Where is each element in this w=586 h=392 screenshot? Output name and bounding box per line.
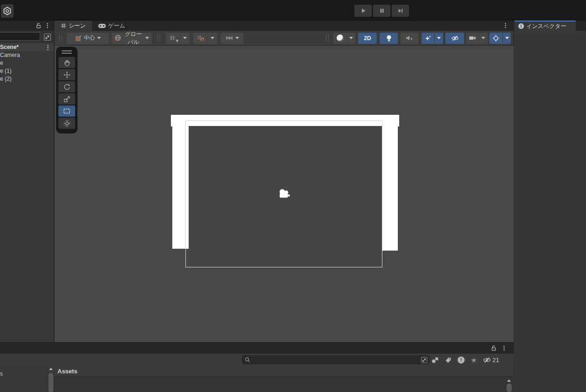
gizmos-dropdown[interactable] [503, 33, 511, 44]
tab-inspector[interactable]: i インスペクター [515, 21, 576, 31]
move-tool-button[interactable] [58, 69, 75, 80]
tab-game[interactable]: ゲーム [92, 21, 132, 31]
tree-scrollbar[interactable] [47, 366, 54, 392]
scene-viewport[interactable] [55, 46, 514, 342]
unity-services-button[interactable] [1, 4, 14, 18]
scroll-up-icon[interactable] [49, 368, 53, 370]
popout-icon [43, 33, 51, 41]
project-filter-icons: ! ★ 21 [431, 354, 499, 366]
hierarchy-item[interactable]: e [0, 59, 54, 67]
pivot-icon [75, 35, 82, 42]
hierarchy-item-camera[interactable]: Camera [0, 51, 54, 59]
grid-axis-label: Y [176, 39, 178, 43]
play-button[interactable] [354, 5, 372, 17]
project-toolbar: ! ★ 21 [0, 354, 514, 366]
chevron-down-icon [505, 37, 509, 39]
scene-effects-button[interactable] [422, 33, 434, 44]
grid-visibility-button[interactable]: Y [166, 33, 180, 44]
grid-icon [61, 23, 66, 28]
hierarchy-search-input[interactable] [0, 32, 40, 41]
globe-icon [114, 35, 121, 42]
favorites-button[interactable]: ★ [471, 357, 477, 364]
tab-scene-label: シーン [69, 22, 86, 30]
grid-axis-icon [169, 35, 177, 42]
scene-camera-button[interactable] [466, 33, 479, 44]
chevron-down-icon [235, 37, 239, 39]
assets-scrollbar[interactable] [506, 378, 512, 392]
tag-icon [445, 357, 452, 364]
scene-lighting-button[interactable] [380, 33, 398, 44]
snap-increment-dropdown[interactable] [221, 33, 243, 44]
hidden-packages-button[interactable]: ! [458, 357, 465, 364]
hierarchy-item[interactable]: e (2) [0, 75, 54, 83]
tab-scene[interactable]: シーン [55, 21, 92, 31]
project-menu-icon[interactable]: ⋮ [501, 345, 507, 351]
project-search-input[interactable] [252, 357, 421, 363]
scrollbar-thumb[interactable] [49, 373, 53, 392]
eye-slash-icon [451, 35, 459, 41]
hidden-count-toggle[interactable]: 21 [483, 357, 499, 364]
unlock-icon[interactable] [491, 345, 497, 351]
project-folder-tree[interactable]: s [0, 366, 47, 392]
scene-panel: シーン ゲーム ⋮ 中心 グローバル [55, 21, 514, 342]
snap-to-grid-button[interactable] [193, 33, 207, 44]
hand-tool-button[interactable] [58, 57, 75, 68]
playmode-controls [354, 5, 409, 17]
hierarchy-panel: ⋮ Scene* ⋮ Camera e e (1) e (2) [0, 21, 54, 342]
speaker-mute-icon [406, 35, 413, 41]
scene-tab-bar: シーン ゲーム ⋮ [55, 21, 513, 31]
pause-button[interactable] [373, 5, 390, 17]
step-icon [397, 8, 403, 14]
toolbar-drag-handle[interactable] [59, 35, 62, 42]
assets-body[interactable] [55, 377, 514, 392]
shading-mode-button[interactable] [333, 33, 346, 44]
chevron-down-icon [349, 37, 353, 39]
grid-visibility-dropdown[interactable] [180, 33, 190, 44]
pivot-mode-dropdown[interactable]: 中心 [67, 33, 109, 44]
scene-panel-menu-icon[interactable]: ⋮ [502, 22, 508, 28]
scene-camera-dropdown[interactable] [479, 33, 487, 44]
palette-drag-handle[interactable] [62, 50, 72, 54]
shading-mode-dropdown[interactable] [347, 33, 355, 44]
tool-palette-overlay [56, 47, 78, 133]
gizmos-button[interactable] [489, 33, 502, 44]
snap-to-grid-dropdown[interactable] [208, 33, 217, 44]
transform-gizmo-icon [64, 120, 71, 127]
filter-by-label-button[interactable] [445, 357, 452, 364]
project-panel: ⋮ ! [0, 342, 514, 392]
toggle-2d-button[interactable]: 2D [358, 33, 377, 44]
scale-icon [64, 96, 71, 103]
rotate-tool-button[interactable] [58, 81, 75, 92]
camera-gizmo-icon[interactable] [278, 189, 290, 198]
hierarchy-menu-icon[interactable]: ⋮ [44, 22, 50, 28]
scene-audio-mute-button[interactable] [401, 33, 418, 44]
shaded-sphere-icon [337, 35, 344, 42]
rect-tool-button[interactable] [58, 105, 75, 117]
scroll-up-icon[interactable] [507, 379, 511, 382]
unlock-icon[interactable] [35, 23, 42, 29]
transform-tool-button[interactable] [58, 118, 75, 129]
handle-space-dropdown[interactable]: グローバル [112, 33, 152, 44]
hierarchy-popout-button[interactable] [42, 32, 52, 42]
tab-inspector-label: インスペクター [526, 22, 566, 30]
scale-tool-button[interactable] [58, 93, 75, 105]
step-button[interactable] [392, 5, 409, 17]
assets-header-row[interactable]: Assets [55, 366, 514, 377]
chevron-down-icon [211, 37, 214, 39]
chevron-down-icon [97, 37, 101, 39]
filter-by-type-button[interactable] [431, 357, 439, 364]
scene-asset-row[interactable]: Scene* ⋮ [0, 43, 54, 51]
search-popout-button[interactable] [421, 357, 428, 364]
lightbulb-icon [386, 35, 392, 42]
snap-increment-icon [226, 35, 233, 41]
folder-tree-item[interactable]: s [0, 370, 47, 378]
move-arrows-icon [64, 71, 71, 78]
hierarchy-toolbar [0, 31, 54, 43]
hierarchy-item[interactable]: e (1) [0, 67, 54, 75]
scene-asset-menu-icon[interactable]: ⋮ [45, 44, 51, 50]
scene-visibility-button[interactable] [445, 33, 464, 44]
project-tab-bar: ⋮ [0, 343, 514, 354]
scrollbar-thumb[interactable] [507, 384, 512, 392]
scene-effects-dropdown[interactable] [435, 33, 443, 44]
white-sprite-right[interactable] [382, 116, 398, 251]
